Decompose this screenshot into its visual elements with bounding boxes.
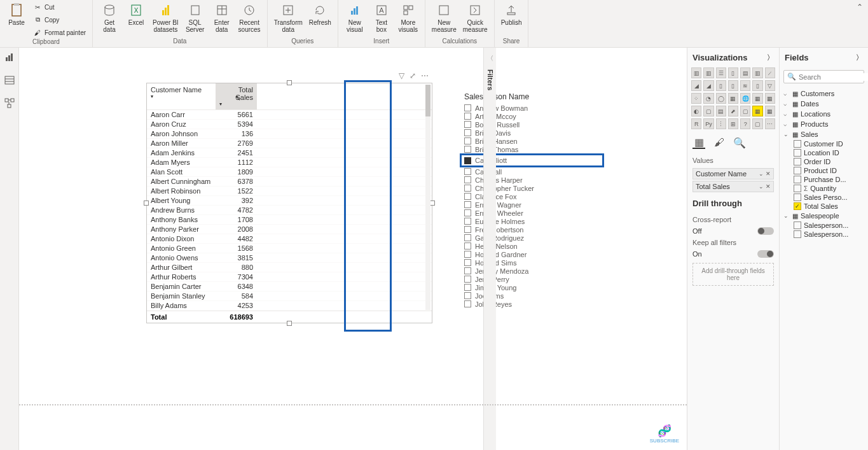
slicer-icon[interactable]: ▢	[740, 106, 750, 116]
fields-tab-icon[interactable]: ▦	[692, 136, 705, 149]
import-visual-icon[interactable]: ⋯	[765, 118, 775, 129]
analytics-tab-icon[interactable]: 🔍	[733, 136, 746, 149]
get-data-button[interactable]: Get data	[97, 1, 122, 34]
table-row[interactable]: Anthony Parker2008	[147, 225, 432, 234]
table-row[interactable]: Antonio Dixon4482	[147, 234, 432, 244]
cut-button[interactable]: ✂Cut	[31, 1, 88, 13]
table-row[interactable]: Adam Jenkins2451	[147, 148, 432, 158]
value-chip[interactable]: Customer Name⌄✕	[692, 168, 774, 179]
table-row[interactable]: Antonio Green1568	[147, 244, 432, 253]
table-row[interactable]: Albert Robinson1522	[147, 186, 432, 196]
table-icon[interactable]: ▦	[752, 106, 762, 116]
paginated-icon[interactable]: ▢	[752, 118, 762, 129]
resize-handle[interactable]	[287, 321, 292, 326]
data-view-icon[interactable]	[4, 74, 15, 86]
field-item[interactable]: Order ID	[783, 157, 864, 166]
matrix-icon[interactable]: ▦	[765, 106, 775, 116]
table-row[interactable]: Andrew Burns4782	[147, 206, 432, 215]
resize-handle[interactable]	[430, 200, 435, 206]
new-measure-button[interactable]: New measure	[429, 1, 459, 34]
card-icon[interactable]: ▢	[703, 106, 713, 116]
map-icon[interactable]: 🌐	[740, 93, 750, 104]
scatter-icon[interactable]: ⁘	[691, 93, 701, 104]
stacked-bar-icon[interactable]: ▥	[691, 67, 701, 78]
focus-icon[interactable]: ⤢	[410, 71, 416, 80]
table-row[interactable]: Alan Scott1809	[147, 167, 432, 177]
drillthrough-dropzone[interactable]: Add drill-through fields here	[692, 263, 774, 286]
table-node[interactable]: ⌵▦Locations	[783, 109, 864, 119]
table-node[interactable]: ⌄▦Sales	[783, 129, 864, 139]
remove-icon[interactable]: ✕	[766, 171, 771, 177]
stacked-area-icon[interactable]: ◢	[703, 80, 713, 91]
py-icon[interactable]: Py	[703, 118, 713, 129]
format-painter-button[interactable]: 🖌Format painter	[31, 27, 88, 38]
more-visuals-button[interactable]: More visuals	[396, 1, 421, 34]
table-row[interactable]: Benjamin Carter6348	[147, 282, 432, 292]
field-item[interactable]: Sales Perso...	[783, 193, 864, 202]
filter-icon[interactable]: ▽	[399, 71, 404, 80]
quick-measure-button[interactable]: Quick measure	[460, 1, 490, 34]
line-icon[interactable]: ⟋	[765, 67, 775, 78]
column100-icon[interactable]: ▥	[752, 67, 762, 78]
table-node[interactable]: ⌵▦Dates	[783, 99, 864, 109]
field-item[interactable]: Salesperson...	[783, 221, 864, 230]
field-item[interactable]: ✓Total Sales	[783, 202, 864, 211]
stacked-column-icon[interactable]: ▥	[703, 67, 713, 78]
qna-icon[interactable]: ?	[740, 118, 750, 129]
value-chip[interactable]: Total Sales⌄✕	[692, 181, 774, 192]
chevron-down-icon[interactable]: ⌄	[759, 183, 764, 190]
clustered-bar-icon[interactable]: ☰	[716, 67, 726, 78]
table-node[interactable]: ⌵▦Customers	[783, 88, 864, 99]
column-header-sales[interactable]: Total Sales▾↖	[216, 83, 257, 109]
area-icon[interactable]: ◢	[691, 80, 701, 91]
donut-icon[interactable]: ◯	[716, 93, 726, 104]
pie-icon[interactable]: ◔	[703, 93, 713, 104]
table-row[interactable]: Arthur Roberts7304	[147, 272, 432, 282]
remove-icon[interactable]: ✕	[766, 183, 771, 190]
multi-card-icon[interactable]: ▤	[716, 106, 726, 116]
table-row[interactable]: Arthur Gilbert880	[147, 263, 432, 272]
line-column-icon[interactable]: ▯	[716, 80, 726, 91]
field-item[interactable]: Purchase D...	[783, 175, 864, 184]
format-tab-icon[interactable]: 🖌	[713, 136, 726, 149]
decomposition-icon[interactable]: ⊞	[728, 118, 738, 129]
powerbi-datasets-button[interactable]: Power BI datasets	[150, 1, 181, 34]
chevron-down-icon[interactable]: ⌄	[759, 171, 764, 177]
slicer-item[interactable]: Carl Elliott	[460, 153, 604, 167]
field-item[interactable]: Location ID	[783, 148, 864, 157]
key-influencers-icon[interactable]: ⋮	[716, 118, 726, 129]
shape-map-icon[interactable]: ▦	[765, 93, 775, 104]
ribbon-icon[interactable]: ≋	[740, 80, 750, 91]
chevron-right-icon[interactable]: 〉	[767, 53, 774, 62]
collapse-ribbon-icon[interactable]: ⌃	[851, 0, 868, 47]
new-visual-button[interactable]: New visual	[342, 1, 368, 34]
field-item[interactable]: Salesperson...	[783, 230, 864, 239]
resize-handle[interactable]	[144, 200, 149, 206]
table-row[interactable]: Anthony Banks1708	[147, 215, 432, 225]
keep-filters-toggle[interactable]	[757, 250, 774, 258]
table-row[interactable]: Albert Cunningham6378	[147, 177, 432, 186]
table-node[interactable]: ⌵▦Products	[783, 119, 864, 129]
enter-data-button[interactable]: Enter data	[209, 1, 235, 34]
table-row[interactable]: Billy Adams4253	[147, 301, 432, 311]
refresh-button[interactable]: Refresh	[307, 1, 334, 34]
more-options-icon[interactable]: ⋯	[421, 71, 429, 80]
table-visual[interactable]: ▽ ⤢ ⋯ Customer Name▾ Total Sales▾↖ Aaron…	[146, 83, 432, 323]
search-input[interactable]: 🔍	[783, 70, 864, 83]
line-column2-icon[interactable]: ▯	[728, 80, 738, 91]
table-row[interactable]: Benjamin Stanley584	[147, 292, 432, 301]
field-item[interactable]: Product ID	[783, 166, 864, 175]
publish-button[interactable]: Publish	[499, 1, 525, 27]
table-row[interactable]: Aaron Johnson136	[147, 129, 432, 139]
transform-data-button[interactable]: Transform data	[272, 1, 305, 34]
paste-button[interactable]: Paste	[4, 1, 29, 38]
kpi-icon[interactable]: ⬈	[728, 106, 738, 116]
chevron-right-icon[interactable]: 〉	[856, 53, 863, 62]
bar100-icon[interactable]: ▤	[740, 67, 750, 78]
clustered-column-icon[interactable]: ▯	[728, 67, 738, 78]
r-icon[interactable]: R	[691, 118, 701, 129]
cross-report-toggle[interactable]	[757, 227, 774, 235]
report-view-icon[interactable]	[4, 52, 15, 63]
column-header-name[interactable]: Customer Name▾	[147, 83, 216, 109]
waterfall-icon[interactable]: ▯	[752, 80, 762, 91]
